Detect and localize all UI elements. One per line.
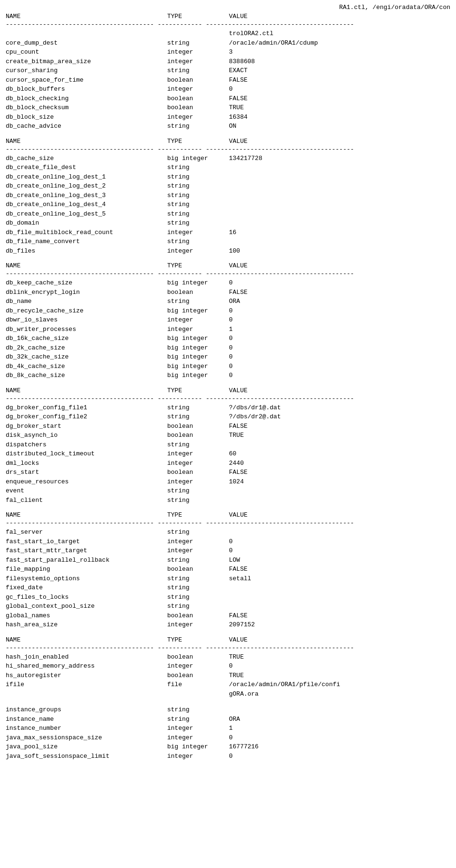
cell-name: db_keep_cache_size	[6, 278, 167, 288]
cell-type: boolean	[167, 103, 229, 113]
cell-value: 1	[229, 724, 450, 733]
cell-type: string	[167, 163, 229, 172]
cell-name: db_files	[6, 246, 167, 256]
cell-type: integer	[167, 733, 229, 743]
cell-name: file_mapping	[6, 565, 167, 574]
cell-type: boolean	[167, 94, 229, 104]
cell-value: 0	[229, 546, 450, 556]
table-row: dml_locksinteger2440	[6, 459, 450, 468]
extra-value: trolORA2.ctl	[229, 29, 450, 38]
cell-value: 0	[229, 85, 450, 94]
cell-value: EXACT	[229, 66, 450, 75]
cell-type: string	[167, 593, 229, 602]
table-row-wrap: gORA.ora	[6, 689, 450, 699]
cell-value	[229, 593, 450, 602]
cell-name: fast_start_parallel_rollback	[6, 556, 167, 565]
cell-type: string	[167, 191, 229, 200]
divider-2: ----------------------------------------…	[6, 270, 450, 277]
cell-name: global_names	[6, 611, 167, 621]
cell-name: db_create_online_log_dest_2	[6, 181, 167, 191]
table-row: dg_broker_config_file2string?/dbs/dr2@.d…	[6, 412, 450, 422]
cell-type: string	[167, 574, 229, 584]
cell-name: dblink_encrypt_login	[6, 288, 167, 297]
cell-value: TRUE	[229, 103, 450, 113]
cell-value: 0	[229, 371, 450, 380]
table-row: fal_serverstring	[6, 528, 450, 537]
cell-type: string	[167, 218, 229, 228]
table-row: global_context_pool_sizestring	[6, 602, 450, 611]
cell-value	[229, 172, 450, 182]
cell-type: big integer	[167, 343, 229, 353]
column-headers-3: NAMETYPEVALUE	[6, 387, 450, 394]
cell-value: 1024	[229, 477, 450, 487]
table-row: db_cache_sizebig integer134217728	[6, 154, 450, 163]
column-headers-4: NAMETYPEVALUE	[6, 511, 450, 519]
cell-type: big integer	[167, 278, 229, 288]
cell-type: boolean	[167, 565, 229, 574]
cell-name: db_create_online_log_dest_5	[6, 209, 167, 219]
cell-value: TRUE	[229, 652, 450, 662]
table-row: db_block_checkingbooleanFALSE	[6, 94, 450, 104]
cell-type: boolean	[167, 671, 229, 680]
cell-value	[229, 602, 450, 611]
table-row: java_max_sessionspace_sizeinteger0	[6, 733, 450, 743]
table-row: disk_asynch_iobooleanTRUE	[6, 431, 450, 440]
cell-type: string	[167, 297, 229, 306]
cell-type: integer	[167, 228, 229, 237]
cell-value: 60	[229, 449, 450, 459]
col-type-header: TYPE	[167, 511, 229, 519]
cell-value	[229, 528, 450, 537]
cell-name: disk_asynch_io	[6, 431, 167, 440]
cell-type: string	[167, 122, 229, 131]
cell-value	[229, 191, 450, 200]
cell-name: java_max_sessionspace_size	[6, 733, 167, 743]
cell-value: 16384	[229, 113, 450, 122]
table-row: dbwr_io_slavesinteger0	[6, 315, 450, 325]
cell-name: db_2k_cache_size	[6, 343, 167, 353]
divider-0: ----------------------------------------…	[6, 21, 450, 28]
cell-type: file	[167, 680, 229, 689]
column-headers-2: NAMETYPEVALUE	[6, 262, 450, 269]
cell-type: string	[167, 528, 229, 537]
cell-value	[229, 200, 450, 209]
cell-name: core_dump_dest	[6, 38, 167, 48]
cell-type: string	[167, 403, 229, 413]
top-header-line: RA1.ctl, /engi/oradata/ORA/con	[6, 4, 450, 11]
cell-value: 100	[229, 246, 450, 256]
col-name-header: NAME	[6, 511, 167, 519]
blank-row-5-4	[6, 698, 450, 705]
cell-name: cpu_count	[6, 47, 167, 57]
col-name-header: NAME	[6, 13, 167, 20]
cell-name: instance_groups	[6, 705, 167, 715]
cell-type: boolean	[167, 652, 229, 662]
column-headers-5: NAMETYPEVALUE	[6, 636, 450, 643]
table-row: gc_files_to_locksstring	[6, 593, 450, 602]
table-row: instance_numberinteger1	[6, 724, 450, 733]
table-row: db_recycle_cache_sizebig integer0	[6, 306, 450, 316]
cell-name: java_soft_sessionspace_limit	[6, 752, 167, 761]
table-row: db_8k_cache_sizebig integer0	[6, 371, 450, 380]
cell-type: big integer	[167, 334, 229, 343]
cell-value: 0	[229, 362, 450, 371]
table-row: java_soft_sessionspace_limitinteger0	[6, 752, 450, 761]
cell-name: db_recycle_cache_size	[6, 306, 167, 316]
cell-type: string	[167, 602, 229, 611]
cell-type: integer	[167, 57, 229, 66]
cell-name: instance_number	[6, 724, 167, 733]
cell-value: 134217728	[229, 154, 450, 163]
cell-name: dg_broker_config_file1	[6, 403, 167, 413]
table-row: db_block_checksumbooleanTRUE	[6, 103, 450, 113]
cell-type: string	[167, 496, 229, 505]
table-row: db_file_name_convertstring	[6, 237, 450, 246]
cell-type: big integer	[167, 306, 229, 316]
cell-type: boolean	[167, 288, 229, 297]
cell-value: 2440	[229, 459, 450, 468]
col-type-header: TYPE	[167, 262, 229, 269]
cell-value-wrap: gORA.ora	[229, 689, 450, 699]
cell-type: integer	[167, 449, 229, 459]
cell-type: string	[167, 715, 229, 724]
cell-value: 0	[229, 278, 450, 288]
cell-name: db_name	[6, 297, 167, 306]
cell-type: big integer	[167, 362, 229, 371]
cell-type: integer	[167, 47, 229, 57]
